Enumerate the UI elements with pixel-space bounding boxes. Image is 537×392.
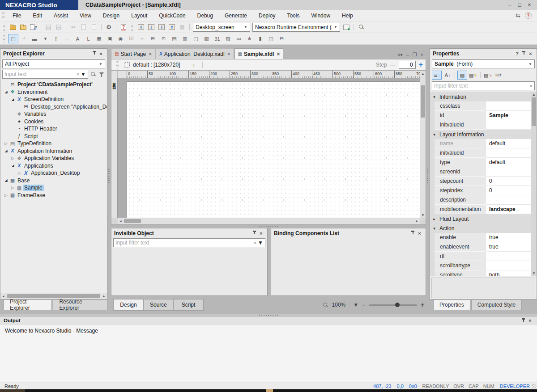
stepcount-property-row[interactable]: stepcount 0: [430, 177, 531, 186]
scrolltype-property-row[interactable]: scrolltype both: [430, 270, 531, 276]
properties-filter-input[interactable]: [434, 83, 528, 89]
quickview-button[interactable]: [356, 23, 366, 32]
button-tool-button[interactable]: ▬: [30, 34, 40, 43]
application-variables-tree-item[interactable]: ❖ Application Variables: [0, 155, 107, 162]
chevron-down-icon[interactable]: ▼: [258, 240, 263, 246]
menu-item[interactable]: Deploy: [253, 11, 281, 21]
tree-expander-icon[interactable]: [10, 97, 16, 101]
scroll-up-button[interactable]: ▲: [420, 71, 426, 78]
maskedit-tool-button[interactable]: A: [72, 34, 83, 43]
property-section-header[interactable]: Fluid Layout: [430, 214, 531, 223]
sort-alpha-button[interactable]: A↓: [443, 71, 452, 80]
gridview-tool-button[interactable]: ⊞: [148, 34, 158, 43]
step-increment-button[interactable]: +: [419, 61, 423, 68]
tab-tool-button[interactable]: ⊡: [158, 34, 169, 43]
project-root-tree-item[interactable]: ⊡ Project 'CDataSampleProject': [0, 81, 107, 89]
type-definition-tree-item[interactable]: ▤ TypeDefinition: [0, 140, 107, 148]
save-all-button[interactable]: [54, 23, 64, 32]
tree-expander-icon[interactable]: [10, 185, 16, 190]
pin-button[interactable]: [91, 50, 98, 57]
layout-select-icon[interactable]: [124, 62, 130, 67]
property-section-header[interactable]: Layout Information: [430, 130, 531, 139]
menu-item[interactable]: Help: [336, 11, 359, 21]
layout-name-property-row[interactable]: name default: [430, 139, 531, 148]
help-button[interactable]: ?: [119, 23, 128, 32]
desktop-screen-tree-item[interactable]: ⊟ Desktop_screen "Application_Des: [0, 103, 107, 111]
scroll-thumb[interactable]: [7, 294, 100, 298]
resource-explorer-tab[interactable]: Resource Explorer: [53, 300, 107, 310]
new-item-button[interactable]: ▾: [29, 23, 38, 32]
initvalueid-property-row[interactable]: initvalueid: [430, 120, 531, 130]
property-value[interactable]: default: [486, 158, 531, 167]
combo-tool-button[interactable]: ▾: [40, 34, 51, 43]
scroll-left-icon[interactable]: ◂: [118, 219, 124, 223]
deploy-pack-button[interactable]: ⇓: [136, 23, 146, 32]
resize-grip[interactable]: [532, 384, 537, 388]
property-value[interactable]: default: [486, 139, 531, 148]
property-value[interactable]: both: [486, 270, 531, 276]
tree-expander-icon[interactable]: [10, 156, 16, 160]
canvas-viewport[interactable]: [118, 78, 420, 218]
window-close-icon[interactable]: ×: [525, 1, 533, 8]
splitter-grip[interactable]: [108, 169, 110, 184]
pin-button[interactable]: [251, 230, 258, 236]
menu-item[interactable]: Tools: [281, 11, 305, 21]
toolbar-grip[interactable]: [3, 24, 5, 31]
save-button[interactable]: [43, 23, 53, 32]
sample-form-tree-item[interactable]: ▦ Sample: [0, 184, 107, 192]
property-value[interactable]: 0: [486, 177, 531, 186]
options-button[interactable]: ⚙: [104, 23, 114, 32]
property-value[interactable]: true: [486, 242, 531, 252]
zoom-slider-thumb[interactable]: [395, 303, 400, 307]
property-grid-scrollbar[interactable]: ▲ ▼: [531, 92, 537, 276]
property-value[interactable]: landscape: [486, 205, 531, 214]
tree-expander-icon[interactable]: [3, 141, 9, 146]
sort-category-button[interactable]: ≣↓: [432, 71, 442, 80]
mobileorientation-property-row[interactable]: mobileorientation landscape: [430, 205, 531, 214]
variables-tree-item[interactable]: ❖ Variables: [0, 110, 107, 118]
menu-item[interactable]: Edit: [27, 11, 48, 21]
applications-tree-item[interactable]: X Applications: [0, 162, 107, 170]
stepindex-property-row[interactable]: stepindex 0: [430, 186, 531, 195]
close-tab-icon[interactable]: ×: [277, 51, 280, 57]
div-tool-button[interactable]: ▢: [191, 34, 201, 43]
project-scope-combo[interactable]: All Project ▼: [2, 59, 105, 68]
computed-style-tab[interactable]: Computed Style: [471, 300, 522, 310]
menu-item[interactable]: Debug: [192, 11, 219, 21]
filter-button[interactable]: [98, 71, 105, 78]
screen-definition-tree-item[interactable]: X ScreenDefinition: [0, 96, 107, 103]
framebase-folder-tree-item[interactable]: ▦ FrameBase: [0, 192, 107, 199]
menu-item[interactable]: View: [74, 11, 97, 21]
output-log[interactable]: Welcome to Nexacro Studio - Message: [0, 325, 537, 383]
menu-item[interactable]: File: [7, 11, 27, 21]
minimize-editor-icon[interactable]: –: [406, 52, 409, 57]
stop-button[interactable]: [177, 23, 187, 32]
radio-tool-button[interactable]: ◉: [115, 34, 126, 43]
properties-tab[interactable]: Properties: [433, 300, 470, 310]
close-panel-button[interactable]: ×: [527, 317, 533, 324]
calendar-tool-button[interactable]: 31: [212, 34, 222, 43]
deploy-module-button[interactable]: ⇓: [157, 23, 166, 32]
layout-information-property-row[interactable]: Layout Information: [430, 130, 531, 139]
screenid-property-row[interactable]: screenid: [430, 167, 531, 177]
menu-item[interactable]: Assist: [48, 11, 74, 21]
property-value[interactable]: [486, 261, 531, 270]
screen-combo[interactable]: Desktop_screen▼: [193, 23, 250, 32]
dataset-tool-button[interactable]: ▮: [255, 34, 265, 43]
paste-button[interactable]: [89, 23, 99, 32]
property-value[interactable]: true: [486, 233, 531, 242]
scrollbartype-property-row[interactable]: scrollbartype: [430, 261, 531, 270]
show-init-button[interactable]: INIT: [494, 71, 503, 80]
fluid-layout-property-row[interactable]: Fluid Layout: [430, 214, 531, 223]
menu-grip[interactable]: [2, 12, 4, 19]
search-button[interactable]: [90, 71, 97, 78]
checkbox-tool-button[interactable]: ☑: [126, 34, 136, 43]
add-layout-button[interactable]: +: [190, 62, 197, 68]
pin-button[interactable]: [520, 317, 527, 324]
application-desktop-tree-item[interactable]: X Application_Desktop: [0, 169, 107, 177]
show-properties-button[interactable]: ▤: [457, 71, 467, 80]
cssclass-property-row[interactable]: cssclass: [430, 101, 531, 111]
canvas-hscrollbar[interactable]: ◂ ▸: [118, 218, 420, 224]
menu-tool-button[interactable]: ▤: [169, 34, 179, 43]
progressbar-tool-button[interactable]: ▭: [234, 34, 244, 43]
